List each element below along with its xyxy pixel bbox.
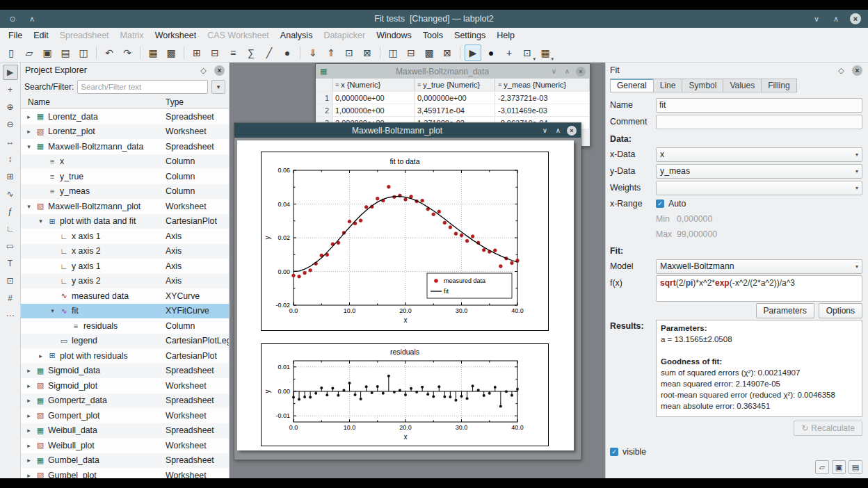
expander-icon[interactable]: ▾ bbox=[25, 143, 33, 150]
import-data-button[interactable]: ⇑ bbox=[323, 44, 339, 61]
expander-icon[interactable]: ▸ bbox=[25, 412, 33, 419]
expander-icon[interactable]: ▸ bbox=[25, 442, 33, 449]
tree-item-residuals[interactable]: ≡residualsColumn bbox=[21, 318, 229, 334]
print-preview-button[interactable]: ◫ bbox=[75, 44, 92, 61]
tab-filling[interactable]: Filling bbox=[761, 79, 796, 92]
save-icon-button[interactable]: ▣ bbox=[832, 460, 846, 474]
box-select-button[interactable]: ⊡ bbox=[3, 273, 18, 288]
menu-help[interactable]: Help bbox=[491, 29, 520, 42]
select-cursor-button[interactable]: ▶ bbox=[3, 65, 18, 80]
menu-settings[interactable]: Settings bbox=[449, 29, 491, 42]
sort-button[interactable]: ≡ bbox=[225, 44, 241, 61]
comment-field[interactable] bbox=[656, 115, 862, 129]
menu-cas-worksheet[interactable]: CAS Worksheet bbox=[202, 29, 275, 42]
minimize-icon[interactable]: ∨ bbox=[549, 67, 558, 75]
tree-column-headers[interactable]: Name Type bbox=[21, 96, 229, 109]
options-button[interactable]: Options bbox=[819, 303, 862, 318]
zoom-x-button[interactable]: ↔ bbox=[3, 134, 18, 149]
tree-item-y-axis-1[interactable]: ∟y axis 1Axis bbox=[21, 259, 229, 274]
close-panel-icon[interactable]: × bbox=[214, 65, 225, 76]
open-project-button[interactable]: ▱ bbox=[21, 44, 38, 61]
close-panel-icon[interactable]: × bbox=[852, 65, 862, 76]
expander-icon[interactable]: ▾ bbox=[25, 203, 33, 210]
column-header-y-true[interactable]: ≡y_true {Numeric} bbox=[415, 79, 495, 91]
titlebar[interactable]: ⊙ ∧ Fit tests [Changed] — labplot2 ∨ ∧ × bbox=[0, 10, 868, 28]
cell[interactable]: -3,011469e-03 bbox=[495, 104, 590, 116]
row-header[interactable]: 2 bbox=[316, 104, 332, 116]
y-data-combo[interactable]: y_meas ▾ bbox=[656, 164, 862, 179]
parameters-button[interactable]: Parameters bbox=[756, 303, 814, 318]
menu-edit[interactable]: Edit bbox=[28, 29, 54, 42]
crosshair-button[interactable]: + bbox=[3, 82, 18, 97]
pin-icon[interactable]: ⊙ bbox=[7, 13, 18, 24]
zoom-fit-button[interactable]: ⊡ bbox=[341, 44, 357, 61]
export-worksheet-button[interactable]: ⇓ bbox=[305, 44, 321, 61]
crosshair-mode-button[interactable]: + bbox=[501, 44, 517, 61]
undo-button[interactable]: ↶ bbox=[101, 44, 118, 61]
navigate-mode-button[interactable]: ● bbox=[483, 44, 499, 61]
tree-item-fit[interactable]: ▾∿fitXYFitCurve bbox=[21, 304, 229, 319]
titlebar-menu-icon[interactable]: ∨ bbox=[811, 13, 822, 24]
expander-icon[interactable]: ▸ bbox=[25, 472, 33, 478]
menu-datapicker[interactable]: Datapicker bbox=[318, 29, 371, 42]
add-text-button[interactable]: T bbox=[3, 256, 18, 271]
tree-item-weibull-data[interactable]: ▸▦Weibull_dataSpreadsheet bbox=[21, 423, 229, 439]
expander-icon[interactable]: ▸ bbox=[37, 352, 45, 359]
new-project-button[interactable]: ▯ bbox=[3, 44, 19, 61]
tab-values[interactable]: Values bbox=[723, 79, 762, 92]
name-field[interactable] bbox=[656, 98, 862, 113]
select-mode-button[interactable]: ▶ bbox=[465, 44, 481, 61]
x-data-combo[interactable]: x ▾ bbox=[656, 147, 862, 162]
tree-item-x-axis-2[interactable]: ∟x axis 2Axis bbox=[21, 244, 229, 259]
search-input[interactable] bbox=[77, 80, 208, 94]
zoom-y-button[interactable]: ↕ bbox=[3, 152, 18, 167]
expander-icon[interactable]: ▸ bbox=[25, 382, 33, 389]
expander-icon[interactable]: ▾ bbox=[37, 218, 45, 225]
expander-icon[interactable]: ▸ bbox=[25, 113, 33, 120]
tree-item-legend[interactable]: ▭legendCartesianPlotLegend bbox=[21, 334, 229, 349]
expander-icon[interactable]: ▸ bbox=[25, 427, 33, 434]
grid-button[interactable]: # bbox=[3, 291, 18, 306]
frame-button[interactable]: ⊠ bbox=[359, 44, 376, 61]
tree-item-y-true[interactable]: ≡y_trueColumn bbox=[21, 169, 229, 184]
cell[interactable]: 1,000000e+00 bbox=[332, 104, 415, 116]
residuals-plot-container[interactable]: 0.010.020.030.040.0-0.010.000.01residual… bbox=[261, 343, 549, 446]
column-header-type[interactable]: Type bbox=[166, 97, 229, 107]
tree-item-measured-data[interactable]: ∿measured dataXYCurve bbox=[21, 288, 229, 304]
tree-item-gumbel-plot[interactable]: ▸▧Gumbel_plotWorksheet bbox=[21, 468, 229, 478]
tab-line[interactable]: Line bbox=[653, 79, 683, 92]
weights-combo[interactable]: ▾ bbox=[656, 181, 862, 195]
menu-spreadsheet[interactable]: Spreadsheet bbox=[54, 29, 115, 42]
cell[interactable]: 3,459171e-04 bbox=[415, 104, 495, 116]
results-box[interactable]: Parameters:a = 13.1565±2.0508 Goodness o… bbox=[656, 320, 862, 417]
tab-general[interactable]: General bbox=[610, 79, 654, 92]
worksheet-view[interactable]: 0.010.020.030.040.0-0.020.000.020.040.06… bbox=[234, 138, 581, 459]
new-spreadsheet-button[interactable]: ▦ bbox=[145, 44, 161, 61]
menu-windows[interactable]: Windows bbox=[371, 29, 417, 42]
float-panel-icon[interactable]: ◇ bbox=[198, 65, 209, 76]
cell[interactable]: 0,000000e+00 bbox=[332, 92, 415, 104]
expander-icon[interactable]: ▸ bbox=[25, 367, 33, 374]
add-plot-button[interactable]: ⊞ bbox=[3, 169, 18, 184]
menu-tools[interactable]: Tools bbox=[417, 29, 449, 42]
tree-item-sigmoid-plot[interactable]: ▸▧Sigmoid_plotWorksheet bbox=[21, 378, 229, 393]
add-curve-button[interactable]: ∿ bbox=[3, 186, 18, 202]
expander-icon[interactable]: ▾ bbox=[49, 307, 56, 314]
split-vertical-button[interactable]: ◫ bbox=[385, 44, 401, 61]
add-function-button[interactable]: ƒ bbox=[3, 204, 18, 219]
tree-item-sigmoid-data[interactable]: ▸▦Sigmoid_dataSpreadsheet bbox=[21, 364, 229, 379]
tree-item-y-axis-2[interactable]: ∟y axis 2Axis bbox=[21, 274, 229, 289]
statistics-button[interactable]: ∑ bbox=[243, 44, 259, 61]
tree-item-plot-with-residuals[interactable]: ▸⊞plot with residualsCartesianPlot bbox=[21, 348, 229, 364]
tree-item-weibull-plot[interactable]: ▸▧Weibull_plotWorksheet bbox=[21, 438, 229, 453]
float-panel-icon[interactable]: ◇ bbox=[836, 65, 846, 76]
column-header-x[interactable]: ≡x {Numeric} bbox=[332, 79, 415, 91]
column-header-name[interactable]: Name bbox=[21, 97, 166, 107]
close-icon[interactable]: × bbox=[567, 126, 577, 136]
draw-pen-button[interactable]: ╱ bbox=[261, 44, 278, 61]
load-icon-button[interactable]: ▱ bbox=[815, 460, 829, 474]
tree-item-plot-with-data-and-fit[interactable]: ▾⊞plot with data and fitCartesianPlot bbox=[21, 214, 229, 229]
maximize-icon[interactable]: ∧ bbox=[830, 13, 842, 24]
close-icon[interactable]: × bbox=[576, 67, 586, 76]
recalculate-button[interactable]: ↻ Recalculate bbox=[794, 421, 862, 436]
